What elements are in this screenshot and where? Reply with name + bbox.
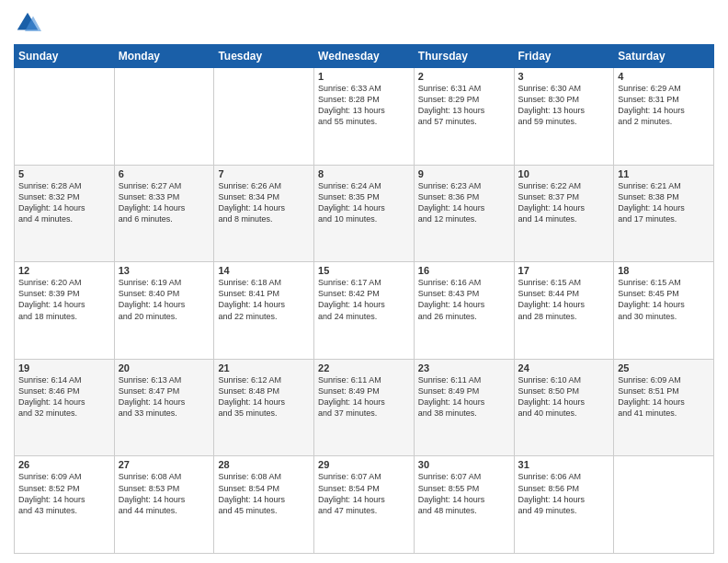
calendar-header-row: SundayMondayTuesdayWednesdayThursdayFrid… xyxy=(15,45,714,68)
day-number: 11 xyxy=(618,168,710,179)
day-number: 30 xyxy=(418,459,510,470)
calendar-cell: 9Sunrise: 6:23 AMSunset: 8:36 PMDaylight… xyxy=(414,165,514,262)
logo xyxy=(14,9,45,37)
day-number: 7 xyxy=(218,168,310,179)
day-number: 10 xyxy=(518,168,610,179)
cell-content: Sunrise: 6:08 AMSunset: 8:54 PMDaylight:… xyxy=(218,471,310,516)
day-number: 26 xyxy=(18,459,110,470)
calendar-cell: 22Sunrise: 6:11 AMSunset: 8:49 PMDayligh… xyxy=(314,359,415,456)
calendar-week-row: 1Sunrise: 6:33 AMSunset: 8:28 PMDaylight… xyxy=(15,68,714,166)
day-number: 28 xyxy=(218,459,310,470)
calendar-cell: 17Sunrise: 6:15 AMSunset: 8:44 PMDayligh… xyxy=(514,262,614,360)
calendar-table: SundayMondayTuesdayWednesdayThursdayFrid… xyxy=(14,44,714,554)
calendar-cell: 12Sunrise: 6:20 AMSunset: 8:39 PMDayligh… xyxy=(15,262,115,360)
day-number: 19 xyxy=(18,362,110,373)
day-number: 3 xyxy=(518,71,610,82)
day-number: 20 xyxy=(119,362,210,373)
calendar-cell: 25Sunrise: 6:09 AMSunset: 8:51 PMDayligh… xyxy=(614,359,714,456)
day-number: 14 xyxy=(218,265,310,276)
day-number: 5 xyxy=(18,168,110,179)
calendar-cell: 31Sunrise: 6:06 AMSunset: 8:56 PMDayligh… xyxy=(514,456,614,554)
day-of-week-header: Friday xyxy=(514,45,614,68)
cell-content: Sunrise: 6:12 AMSunset: 8:48 PMDaylight:… xyxy=(218,374,310,419)
calendar-cell xyxy=(15,68,115,166)
cell-content: Sunrise: 6:26 AMSunset: 8:34 PMDaylight:… xyxy=(218,180,310,225)
cell-content: Sunrise: 6:07 AMSunset: 8:55 PMDaylight:… xyxy=(418,471,510,516)
calendar-cell: 18Sunrise: 6:15 AMSunset: 8:45 PMDayligh… xyxy=(614,262,714,360)
cell-content: Sunrise: 6:16 AMSunset: 8:43 PMDaylight:… xyxy=(418,277,510,322)
day-of-week-header: Saturday xyxy=(614,45,714,68)
calendar-cell: 30Sunrise: 6:07 AMSunset: 8:55 PMDayligh… xyxy=(414,456,514,554)
page: SundayMondayTuesdayWednesdayThursdayFrid… xyxy=(0,0,728,563)
day-number: 16 xyxy=(418,265,510,276)
day-number: 8 xyxy=(318,168,410,179)
cell-content: Sunrise: 6:29 AMSunset: 8:31 PMDaylight:… xyxy=(618,83,710,128)
calendar-cell: 14Sunrise: 6:18 AMSunset: 8:41 PMDayligh… xyxy=(214,262,314,360)
day-number: 4 xyxy=(618,71,710,82)
cell-content: Sunrise: 6:28 AMSunset: 8:32 PMDaylight:… xyxy=(18,180,110,225)
calendar-cell: 10Sunrise: 6:22 AMSunset: 8:37 PMDayligh… xyxy=(514,165,614,262)
calendar-week-row: 19Sunrise: 6:14 AMSunset: 8:46 PMDayligh… xyxy=(15,359,714,456)
calendar-cell: 23Sunrise: 6:11 AMSunset: 8:49 PMDayligh… xyxy=(414,359,514,456)
day-number: 24 xyxy=(518,362,610,373)
calendar-cell: 15Sunrise: 6:17 AMSunset: 8:42 PMDayligh… xyxy=(314,262,415,360)
cell-content: Sunrise: 6:07 AMSunset: 8:54 PMDaylight:… xyxy=(318,471,410,516)
day-number: 9 xyxy=(418,168,510,179)
day-number: 21 xyxy=(218,362,310,373)
calendar-cell: 6Sunrise: 6:27 AMSunset: 8:33 PMDaylight… xyxy=(114,165,214,262)
cell-content: Sunrise: 6:23 AMSunset: 8:36 PMDaylight:… xyxy=(418,180,510,225)
cell-content: Sunrise: 6:33 AMSunset: 8:28 PMDaylight:… xyxy=(318,83,410,128)
cell-content: Sunrise: 6:08 AMSunset: 8:53 PMDaylight:… xyxy=(119,471,210,516)
cell-content: Sunrise: 6:30 AMSunset: 8:30 PMDaylight:… xyxy=(518,83,610,128)
calendar-cell: 7Sunrise: 6:26 AMSunset: 8:34 PMDaylight… xyxy=(214,165,314,262)
day-number: 29 xyxy=(318,459,410,470)
cell-content: Sunrise: 6:13 AMSunset: 8:47 PMDaylight:… xyxy=(119,374,210,419)
day-number: 1 xyxy=(318,71,410,82)
cell-content: Sunrise: 6:22 AMSunset: 8:37 PMDaylight:… xyxy=(518,180,610,225)
calendar-cell: 24Sunrise: 6:10 AMSunset: 8:50 PMDayligh… xyxy=(514,359,614,456)
calendar-week-row: 26Sunrise: 6:09 AMSunset: 8:52 PMDayligh… xyxy=(15,456,714,554)
calendar-cell: 20Sunrise: 6:13 AMSunset: 8:47 PMDayligh… xyxy=(114,359,214,456)
header xyxy=(14,9,714,37)
calendar-cell xyxy=(614,456,714,554)
calendar-cell: 28Sunrise: 6:08 AMSunset: 8:54 PMDayligh… xyxy=(214,456,314,554)
calendar-cell: 27Sunrise: 6:08 AMSunset: 8:53 PMDayligh… xyxy=(114,456,214,554)
cell-content: Sunrise: 6:14 AMSunset: 8:46 PMDaylight:… xyxy=(18,374,110,419)
calendar-cell: 5Sunrise: 6:28 AMSunset: 8:32 PMDaylight… xyxy=(15,165,115,262)
cell-content: Sunrise: 6:20 AMSunset: 8:39 PMDaylight:… xyxy=(18,277,110,322)
day-number: 15 xyxy=(318,265,410,276)
calendar-cell: 26Sunrise: 6:09 AMSunset: 8:52 PMDayligh… xyxy=(15,456,115,554)
calendar-cell: 16Sunrise: 6:16 AMSunset: 8:43 PMDayligh… xyxy=(414,262,514,360)
day-number: 2 xyxy=(418,71,510,82)
cell-content: Sunrise: 6:06 AMSunset: 8:56 PMDaylight:… xyxy=(518,471,610,516)
calendar-week-row: 5Sunrise: 6:28 AMSunset: 8:32 PMDaylight… xyxy=(15,165,714,262)
calendar-cell: 11Sunrise: 6:21 AMSunset: 8:38 PMDayligh… xyxy=(614,165,714,262)
cell-content: Sunrise: 6:31 AMSunset: 8:29 PMDaylight:… xyxy=(418,83,510,128)
day-number: 6 xyxy=(119,168,210,179)
day-of-week-header: Wednesday xyxy=(314,45,415,68)
cell-content: Sunrise: 6:11 AMSunset: 8:49 PMDaylight:… xyxy=(318,374,410,419)
day-number: 18 xyxy=(618,265,710,276)
cell-content: Sunrise: 6:17 AMSunset: 8:42 PMDaylight:… xyxy=(318,277,410,322)
day-of-week-header: Sunday xyxy=(15,45,115,68)
calendar-cell: 2Sunrise: 6:31 AMSunset: 8:29 PMDaylight… xyxy=(414,68,514,166)
calendar-cell: 29Sunrise: 6:07 AMSunset: 8:54 PMDayligh… xyxy=(314,456,415,554)
day-number: 17 xyxy=(518,265,610,276)
calendar-cell: 13Sunrise: 6:19 AMSunset: 8:40 PMDayligh… xyxy=(114,262,214,360)
day-of-week-header: Tuesday xyxy=(214,45,314,68)
calendar-cell xyxy=(214,68,314,166)
calendar-cell: 1Sunrise: 6:33 AMSunset: 8:28 PMDaylight… xyxy=(314,68,415,166)
cell-content: Sunrise: 6:27 AMSunset: 8:33 PMDaylight:… xyxy=(119,180,210,225)
cell-content: Sunrise: 6:10 AMSunset: 8:50 PMDaylight:… xyxy=(518,374,610,419)
day-of-week-header: Monday xyxy=(114,45,214,68)
day-of-week-header: Thursday xyxy=(414,45,514,68)
cell-content: Sunrise: 6:11 AMSunset: 8:49 PMDaylight:… xyxy=(418,374,510,419)
day-number: 27 xyxy=(119,459,210,470)
calendar-cell: 19Sunrise: 6:14 AMSunset: 8:46 PMDayligh… xyxy=(15,359,115,456)
cell-content: Sunrise: 6:15 AMSunset: 8:45 PMDaylight:… xyxy=(618,277,710,322)
day-number: 22 xyxy=(318,362,410,373)
cell-content: Sunrise: 6:09 AMSunset: 8:52 PMDaylight:… xyxy=(18,471,110,516)
calendar-cell: 21Sunrise: 6:12 AMSunset: 8:48 PMDayligh… xyxy=(214,359,314,456)
calendar-cell xyxy=(114,68,214,166)
cell-content: Sunrise: 6:19 AMSunset: 8:40 PMDaylight:… xyxy=(119,277,210,322)
